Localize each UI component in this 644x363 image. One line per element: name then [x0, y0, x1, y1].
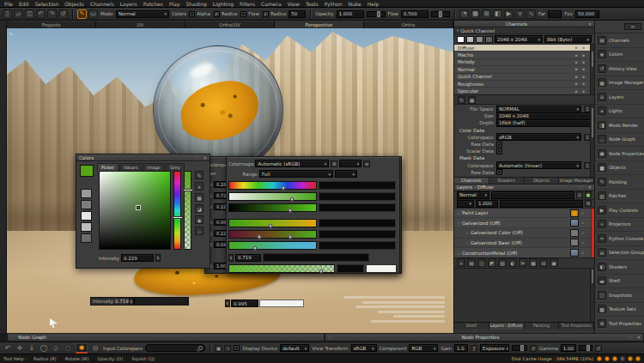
colors-side-icon[interactable]: +	[195, 182, 204, 191]
mode-dropdown[interactable]: Normal	[116, 10, 169, 18]
gradient-handle[interactable]	[252, 245, 258, 251]
menu-item[interactable]: File	[4, 1, 13, 7]
sidebar-item[interactable]: ◇ Node Graph	[595, 133, 644, 148]
colors-dialog-tab[interactable]: Image	[143, 163, 165, 171]
sidebar-item[interactable]: ⌖ Projectors	[595, 218, 644, 233]
colors-side-icon[interactable]: ◇	[195, 227, 204, 235]
color-swatch[interactable]	[81, 189, 92, 198]
menu-item[interactable]: Help	[368, 1, 380, 7]
sidebar-item[interactable]: ▤ Channels	[595, 33, 644, 48]
sidebar-item[interactable]: ⊞ Selection Groups	[595, 246, 644, 261]
active-paint-brush-icon[interactable]: ✱	[76, 343, 88, 354]
menu-item[interactable]: Nuke	[348, 1, 361, 7]
menu-item[interactable]: Lighting	[213, 1, 234, 7]
range-extra-dropdown[interactable]	[335, 170, 357, 178]
sidebar-item[interactable]: ≡ Layers	[595, 90, 644, 105]
menu-item[interactable]: Channels	[90, 1, 114, 7]
toolbar-icon[interactable]: ▯	[3, 9, 12, 19]
sidebar-item[interactable]: ◐ Shaders	[595, 260, 644, 275]
hue-handle[interactable]	[173, 216, 183, 219]
sidebar-item[interactable]: ▩ Texture Sets	[595, 303, 644, 318]
raw-data-checkbox[interactable]	[496, 142, 502, 148]
menu-item[interactable]: Selection	[35, 1, 59, 7]
mid-gradient-strip[interactable]	[263, 253, 369, 262]
panel-tab[interactable]: Image Manager	[559, 178, 594, 184]
alpha-strip[interactable]	[184, 171, 191, 250]
colors-side-icon[interactable]: ◉	[195, 215, 204, 224]
bottom-tool-icon[interactable]: ◯	[39, 343, 49, 353]
layer-action-icon[interactable]: ▦	[529, 258, 538, 267]
colormap-extra-dropdown[interactable]	[339, 160, 361, 167]
fstop-icon[interactable]: ƒ	[471, 345, 477, 352]
alpha-gradient-strip[interactable]	[228, 264, 335, 273]
toolbar-icon[interactable]: ▱	[14, 9, 23, 19]
dock-tab[interactable]: Shelf	[454, 323, 489, 330]
menu-item[interactable]: Edit	[19, 1, 29, 7]
alpha-handle[interactable]	[183, 189, 193, 191]
hue-strip[interactable]	[173, 171, 181, 250]
radius-field[interactable]: 50	[289, 10, 306, 18]
channel-row[interactable]: Specular ▪ ▪	[454, 88, 594, 94]
option-checkbox[interactable]: ✓	[214, 11, 220, 17]
input-colorspace-search[interactable]	[145, 344, 205, 352]
option-checkbox[interactable]: ✓	[263, 11, 269, 17]
channel-row[interactable]: Diffuse ▪ ▪	[454, 45, 594, 51]
layer-row[interactable]: › Galvanized Base (Off) ▫	[454, 239, 594, 249]
dock-tab[interactable]: Tool Properties	[559, 323, 594, 330]
status-dot-icon[interactable]	[605, 356, 610, 361]
viewport-tab[interactable]: Ortho	[364, 21, 453, 28]
display-device-dropdown[interactable]: default	[280, 344, 309, 352]
colors-dialog-titlebar[interactable]: Colors ∷∷ ✕	[76, 154, 210, 161]
colormaps-dropdown[interactable]: Automatic (sRGB)	[255, 160, 329, 167]
opacity-field[interactable]: 1.000	[337, 10, 364, 18]
layer-action-icon[interactable]: ≫	[519, 258, 527, 267]
bottom-tool-icon[interactable]: ↶	[3, 343, 13, 353]
view-toolbar-icon[interactable]: ▶	[504, 9, 513, 19]
colors-dialog-tab[interactable]: Values	[119, 163, 142, 171]
channel-swatch[interactable]	[476, 36, 483, 43]
channel-swatch[interactable]	[466, 36, 474, 43]
view-toolbar-icon[interactable]: ◧	[493, 9, 502, 19]
status-dot-icon[interactable]	[612, 356, 617, 361]
gradient-handle[interactable]	[288, 234, 293, 239]
colors-side-icon[interactable]: ◪	[195, 204, 204, 213]
colormap-menu-icon[interactable]: ≡	[363, 160, 370, 167]
value-stepper[interactable]: ⇅	[225, 299, 230, 307]
gradient-handle[interactable]	[319, 269, 325, 274]
sidebar-item[interactable]: ⊕ Tool Properties	[595, 317, 644, 331]
toolbar-icon[interactable]: ↺	[58, 9, 68, 19]
colors-dialog-tab[interactable]: Grey	[166, 163, 185, 171]
channels-action-icon[interactable]: ↻	[458, 96, 465, 104]
fov-field[interactable]: 50.000	[575, 10, 599, 18]
status-dot-icon[interactable]	[628, 356, 633, 361]
status-dot-icon[interactable]	[635, 356, 641, 361]
flow-field[interactable]: 0.500	[401, 10, 428, 18]
status-dot-icon[interactable]	[597, 356, 602, 361]
menu-item[interactable]: Filters	[240, 1, 255, 7]
green-gradient-strip[interactable]	[228, 230, 317, 239]
layer-row[interactable]: › Galvanized Color (Off) ▫	[454, 228, 594, 239]
blend-filter-field[interactable]	[491, 191, 574, 199]
layer-row[interactable]: › Galvanized (Off) ▫	[454, 218, 594, 228]
close-icon[interactable]: ✕	[588, 185, 592, 190]
colors-side-icon[interactable]: ✎	[195, 171, 204, 179]
far-field[interactable]	[548, 10, 562, 18]
blur-tool-icon[interactable]: ◎	[90, 343, 100, 353]
sidebar-item[interactable]: ≈ Python Console	[595, 232, 644, 246]
red-gradient-strip[interactable]	[228, 219, 317, 227]
caret-icon[interactable]: ›	[466, 240, 468, 245]
node-graph-bar[interactable]: ∷∷ Node Graph	[7, 333, 325, 342]
paint-tool-icon[interactable]: ✎	[77, 9, 87, 19]
mid-value-stepper[interactable]: ⇅	[228, 254, 234, 262]
layer-add-icon[interactable]: ⊞	[585, 200, 592, 207]
viewport-tab[interactable]: Ortho/UV	[185, 21, 275, 28]
paint-tool-icon[interactable]: ▭	[88, 9, 98, 19]
caret-icon[interactable]: ›	[466, 230, 468, 235]
layers-panel-titlebar[interactable]: Layers - Diffuse ∷∷ ✕	[454, 185, 594, 191]
sidebar-collapse-button[interactable]: ⊡	[624, 23, 641, 30]
gain-field[interactable]: 1.0	[454, 344, 468, 352]
caret-icon[interactable]: ›	[458, 210, 459, 215]
component-dropdown[interactable]: RGB	[409, 344, 438, 352]
channel-size-dropdown[interactable]: 2048 x 2048	[495, 35, 543, 43]
toolbar-icon[interactable]: ↶	[36, 9, 46, 19]
